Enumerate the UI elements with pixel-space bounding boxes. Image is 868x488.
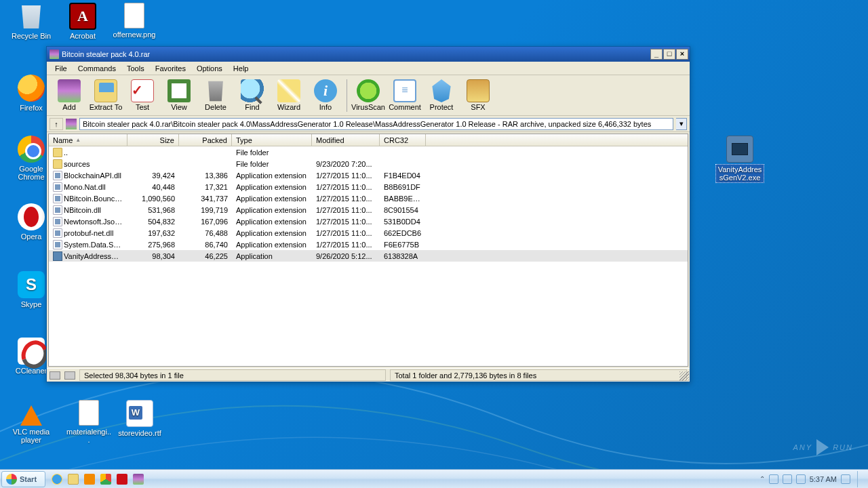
- up-button[interactable]: ↑: [50, 118, 63, 130]
- titlebar[interactable]: Bitcoin stealer pack 4.0.rar _ □ ×: [47, 47, 690, 62]
- toolbar-test-button[interactable]: Test: [124, 77, 161, 115]
- toolbar-extract-button[interactable]: Extract To: [87, 77, 124, 115]
- menu-favorites[interactable]: Favorites: [150, 63, 191, 74]
- toolbar-delete-button[interactable]: Delete: [197, 77, 234, 115]
- status-icon: [50, 371, 60, 380]
- mediaplayer-icon: [84, 474, 95, 485]
- toolbar-find-button[interactable]: Find: [234, 77, 271, 115]
- ql-ie[interactable]: [50, 472, 64, 487]
- menu-commands[interactable]: Commands: [73, 63, 121, 74]
- offernew-icon: [124, 3, 144, 28]
- desktop-icon-matengr[interactable]: materialengi...: [64, 400, 113, 445]
- toolbar-label: Wizard: [277, 103, 300, 111]
- desktop-icon-vlc[interactable]: VLC media player: [7, 400, 56, 445]
- quick-launch: [50, 472, 146, 487]
- file-list: Name▲SizePackedTypeModifiedCRC32 ..File …: [48, 134, 688, 367]
- toolbar-comment-button[interactable]: Comment: [387, 77, 423, 115]
- toolbar-label: Delete: [205, 103, 226, 111]
- tray-flag-icon[interactable]: [796, 474, 806, 484]
- desktop-icon-vanity[interactable]: VanityAddressGenV2.exe: [715, 136, 764, 183]
- tray-monitor-icon[interactable]: [841, 474, 850, 484]
- toolbar-label: SFX: [471, 103, 485, 111]
- maximize-button[interactable]: □: [663, 49, 675, 60]
- recycle-icon: [18, 3, 45, 30]
- column-header-crc32[interactable]: CRC32: [380, 134, 426, 146]
- tray-volume-icon[interactable]: [769, 474, 778, 484]
- toolbar-label: Find: [245, 103, 259, 111]
- file-row[interactable]: VanityAddressGe...98,30446,225Applicatio…: [49, 250, 688, 262]
- file-type-icon: [53, 228, 62, 238]
- matengr-icon: [79, 400, 99, 426]
- comment-icon: [393, 79, 416, 102]
- sort-asc-icon: ▲: [75, 137, 81, 143]
- toolbar-label: Add: [62, 103, 76, 111]
- toolbar-info-button[interactable]: Info: [307, 77, 344, 115]
- menu-tools[interactable]: Tools: [121, 63, 150, 74]
- close-button[interactable]: ×: [676, 49, 688, 60]
- add-icon: [58, 79, 81, 102]
- tray-network-icon[interactable]: [783, 474, 792, 484]
- file-row[interactable]: sourcesFile folder9/23/2020 7:20...: [49, 158, 688, 169]
- file-row[interactable]: System.Data.SQ...275,96886,740Applicatio…: [49, 239, 688, 250]
- toolbar-separator: [347, 79, 347, 112]
- ql-winrar[interactable]: [131, 472, 146, 487]
- toolbar-label: View: [171, 103, 187, 111]
- winrar-icon: [50, 49, 59, 59]
- extract-icon: [94, 79, 117, 102]
- column-header-name[interactable]: Name▲: [49, 134, 127, 146]
- desktop-icon-recycle[interactable]: Recycle Bin: [7, 3, 56, 41]
- toolbar-virus-button[interactable]: VirusScan: [350, 77, 387, 115]
- menubar: FileCommandsToolsFavoritesOptionsHelp: [47, 62, 690, 75]
- find-icon: [241, 79, 264, 102]
- start-button[interactable]: Start: [1, 471, 45, 487]
- file-row[interactable]: ..File folder: [49, 146, 688, 158]
- toolbar-label: Test: [136, 103, 149, 111]
- explorer-icon: [68, 474, 79, 485]
- windows-orb-icon: [6, 474, 17, 485]
- ql-chrome[interactable]: [98, 472, 113, 487]
- file-row[interactable]: NBitcoin.dll531,968199,719Application ex…: [49, 204, 688, 216]
- window-title: Bitcoin stealer pack 4.0.rar: [62, 50, 650, 58]
- toolbar-wizard-button[interactable]: Wizard: [271, 77, 307, 115]
- column-header-modified[interactable]: Modified: [312, 134, 380, 146]
- firefox-icon: [18, 75, 45, 102]
- show-desktop[interactable]: [857, 471, 864, 487]
- column-header-packed[interactable]: Packed: [179, 134, 232, 146]
- menu-help[interactable]: Help: [228, 63, 254, 74]
- path-dropdown[interactable]: ▾: [676, 118, 687, 130]
- toolbar-sfx-button[interactable]: SFX: [460, 77, 496, 115]
- desktop-icon-storevid[interactable]: storevideo.rtf: [115, 400, 164, 438]
- status-icon-2: [64, 371, 75, 380]
- resize-grip[interactable]: [679, 371, 689, 381]
- vlc-icon: [20, 405, 42, 426]
- toolbar-label: Comment: [389, 103, 421, 111]
- toolbar-label: Info: [319, 103, 332, 111]
- file-type-icon: [53, 205, 62, 215]
- ql-mediaplayer[interactable]: [82, 472, 97, 487]
- menu-options[interactable]: Options: [191, 63, 228, 74]
- file-row[interactable]: NBitcoin.BouncyC...1,090,560341,737Appli…: [49, 192, 688, 204]
- file-row[interactable]: Mono.Nat.dll40,44817,321Application exte…: [49, 181, 688, 192]
- file-row[interactable]: BlockchainAPI.dll39,42413,386Application…: [49, 169, 688, 181]
- ql-explorer[interactable]: [66, 472, 81, 487]
- column-header-size[interactable]: Size: [127, 134, 179, 146]
- tray-clock[interactable]: 5:37 AM: [810, 475, 837, 483]
- file-row[interactable]: protobuf-net.dll197,63276,488Application…: [49, 227, 688, 239]
- toolbar-add-button[interactable]: Add: [51, 77, 87, 115]
- toolbar-protect-button[interactable]: Protect: [423, 77, 460, 115]
- opera-icon: [117, 474, 127, 485]
- menu-file[interactable]: File: [50, 63, 73, 74]
- toolbar-label: VirusScan: [351, 103, 385, 111]
- desktop-icon-offernew[interactable]: offernew.png: [110, 3, 159, 39]
- virus-icon: [357, 79, 380, 102]
- minimize-button[interactable]: _: [650, 49, 663, 60]
- path-field[interactable]: Bitcoin stealer pack 4.0.rar\Bitcoin ste…: [79, 118, 673, 130]
- ql-opera[interactable]: [115, 472, 130, 487]
- tray-expand[interactable]: ⌃: [760, 475, 765, 483]
- desktop-icon-acrobat[interactable]: Acrobat: [58, 3, 107, 41]
- address-bar: ↑ Bitcoin stealer pack 4.0.rar\Bitcoin s…: [47, 116, 690, 132]
- column-header-type[interactable]: Type: [232, 134, 312, 146]
- toolbar-view-button[interactable]: View: [161, 77, 197, 115]
- ie-icon: [52, 474, 62, 485]
- file-row[interactable]: Newtonsoft.Json.dll504,832167,096Applica…: [49, 216, 688, 227]
